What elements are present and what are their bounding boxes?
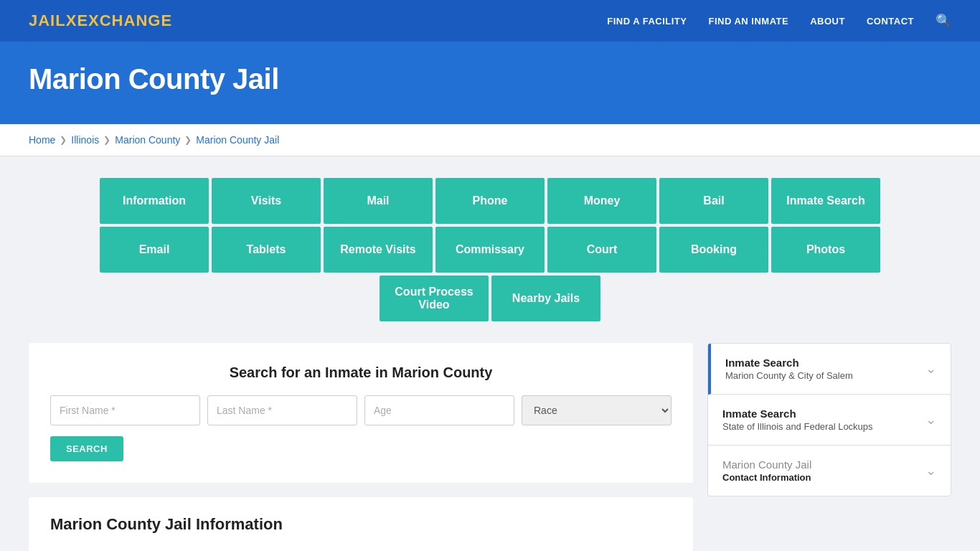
first-name-input[interactable] <box>50 395 200 425</box>
last-name-input[interactable] <box>207 395 357 425</box>
tile-nearby-jails[interactable]: Nearby Jails <box>491 276 600 321</box>
hero-banner: Marion County Jail <box>0 42 980 124</box>
rp-item-contact-info[interactable]: Marion County Jail Contact Information ⌄ <box>708 446 951 496</box>
chevron-down-icon-3: ⌄ <box>925 463 936 479</box>
breadcrumb-home[interactable]: Home <box>29 134 55 146</box>
rp-item-inmate-search-marion[interactable]: Inmate Search Marion County & City of Sa… <box>708 344 951 395</box>
chevron-down-icon-2: ⌄ <box>925 412 936 428</box>
site-logo[interactable]: JAILXEXCHANGE <box>29 11 172 30</box>
tile-inmate-search[interactable]: Inmate Search <box>771 178 880 224</box>
tile-information[interactable]: Information <box>100 178 209 224</box>
logo-jail: JAIL <box>29 11 66 29</box>
info-section: Marion County Jail Information <box>29 497 693 551</box>
tiles-row-1: Information Visits Mail Phone Money Bail… <box>100 178 880 224</box>
breadcrumb-marion-county[interactable]: Marion County <box>115 134 180 146</box>
race-select[interactable]: Race White Black Hispanic Asian Other <box>522 395 672 425</box>
search-button[interactable]: SEARCH <box>50 436 123 461</box>
tile-tablets[interactable]: Tablets <box>212 227 321 273</box>
rp-item-inmate-search-illinois[interactable]: Inmate Search State of Illinois and Fede… <box>708 395 951 446</box>
left-column: Search for an Inmate in Marion County Ra… <box>29 343 693 551</box>
breadcrumb-bar: Home ❯ Illinois ❯ Marion County ❯ Marion… <box>0 124 980 156</box>
rp-text-1: Inmate Search Marion County & City of Sa… <box>725 357 853 381</box>
age-input[interactable] <box>364 395 514 425</box>
tile-money[interactable]: Money <box>547 178 656 224</box>
tile-mail[interactable]: Mail <box>324 178 433 224</box>
tile-court-process-video[interactable]: Court Process Video <box>380 276 489 321</box>
search-box: Search for an Inmate in Marion County Ra… <box>29 343 693 483</box>
logo-exchange: EXCHANGE <box>77 11 172 29</box>
chevron-down-icon-1: ⌄ <box>925 361 936 377</box>
breadcrumb-sep-3: ❯ <box>184 135 192 145</box>
tile-visits[interactable]: Visits <box>212 178 321 224</box>
main-content: Information Visits Mail Phone Money Bail… <box>0 156 980 551</box>
nav-find-facility[interactable]: FIND A FACILITY <box>607 16 687 27</box>
navbar: JAILXEXCHANGE FIND A FACILITY FIND AN IN… <box>0 0 980 42</box>
rp-text-2: Inmate Search State of Illinois and Fede… <box>722 408 873 432</box>
tile-remote-visits[interactable]: Remote Visits <box>324 227 433 273</box>
nav-about[interactable]: ABOUT <box>810 16 845 27</box>
page-title: Marion County Jail <box>29 63 951 95</box>
breadcrumb-marion-county-jail[interactable]: Marion County Jail <box>196 134 279 146</box>
tile-phone[interactable]: Phone <box>435 178 545 224</box>
tile-commissary[interactable]: Commissary <box>435 227 545 273</box>
tile-court[interactable]: Court <box>547 227 656 273</box>
breadcrumb-sep-2: ❯ <box>103 135 110 145</box>
rp-sub-3: Contact Information <box>722 472 811 483</box>
nav-find-inmate[interactable]: FIND AN INMATE <box>708 16 788 27</box>
search-icon[interactable]: 🔍 <box>936 13 951 29</box>
nav-contact[interactable]: CONTACT <box>867 16 914 27</box>
breadcrumb: Home ❯ Illinois ❯ Marion County ❯ Marion… <box>29 134 951 146</box>
breadcrumb-sep-1: ❯ <box>60 135 67 145</box>
rp-text-3: Marion County Jail Contact Information <box>722 458 811 483</box>
right-panel: Inmate Search Marion County & City of Sa… <box>707 343 951 496</box>
logo-x: X <box>66 11 77 29</box>
tile-photos[interactable]: Photos <box>771 227 880 273</box>
rp-sub-1: Marion County & City of Salem <box>725 370 853 381</box>
tiles-row-3: Court Process Video Nearby Jails <box>380 276 600 321</box>
lower-section: Search for an Inmate in Marion County Ra… <box>29 343 951 551</box>
breadcrumb-illinois[interactable]: Illinois <box>71 134 99 146</box>
tiles-grid: Information Visits Mail Phone Money Bail… <box>29 178 951 321</box>
search-form-row: Race White Black Hispanic Asian Other <box>50 395 672 425</box>
rp-label-2: Inmate Search <box>722 408 873 420</box>
nav-links: FIND A FACILITY FIND AN INMATE ABOUT CON… <box>607 13 951 29</box>
rp-label-1: Inmate Search <box>725 357 853 369</box>
rp-sub-2: State of Illinois and Federal Lockups <box>722 421 873 432</box>
search-title: Search for an Inmate in Marion County <box>50 364 672 381</box>
tile-bail[interactable]: Bail <box>659 178 768 224</box>
rp-label-muted-3: Marion County Jail <box>722 458 811 471</box>
tiles-row-2: Email Tablets Remote Visits Commissary C… <box>100 227 880 273</box>
tile-email[interactable]: Email <box>100 227 209 273</box>
tile-booking[interactable]: Booking <box>659 227 768 273</box>
info-heading: Marion County Jail Information <box>50 515 672 534</box>
